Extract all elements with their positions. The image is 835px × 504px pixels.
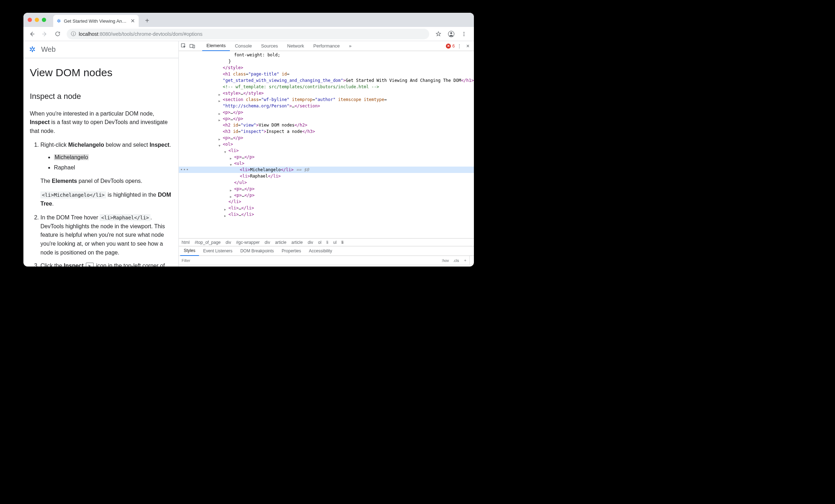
device-toolbar-button[interactable] [189, 43, 197, 49]
tabs-overflow[interactable]: » [345, 41, 356, 51]
toolbar: ⓘ localhost:8080/web/tools/chrome-devtoo… [23, 27, 474, 41]
crumb[interactable]: html [182, 240, 190, 245]
devtools-close-button[interactable]: ✕ [464, 44, 472, 49]
crumb[interactable]: li [342, 240, 343, 245]
devtools-panel: Elements Console Sources Network Perform… [179, 41, 474, 267]
step-1-note-2: <li>Michelangelo</li> is highlighted in … [40, 191, 172, 208]
crumb[interactable]: div [226, 240, 231, 245]
browser-tab[interactable]: ✲ Get Started With Viewing And C ✕ [53, 15, 139, 27]
page-h2: Inspect a node [30, 90, 172, 102]
new-style-rule-button[interactable]: ＋ [461, 258, 469, 263]
svg-rect-6 [190, 44, 193, 47]
subtab-properties[interactable]: Properties [278, 246, 305, 256]
styles-body [179, 265, 474, 267]
styles-filter-bar: :hov .cls ＋ [179, 256, 474, 265]
artist-list: Michelangelo Raphael [40, 153, 172, 172]
back-button[interactable] [26, 28, 38, 40]
webpage-viewport: ✲ Web View DOM nodes Inspect a node When… [23, 41, 179, 267]
subtab-accessibility[interactable]: Accessibility [305, 246, 336, 256]
list-item-label: Raphael [54, 164, 75, 170]
crumb[interactable]: div [308, 240, 313, 245]
tab-network[interactable]: Network [283, 41, 309, 51]
crumb[interactable]: article [291, 240, 303, 245]
svg-point-4 [464, 35, 465, 36]
svg-rect-7 [193, 45, 195, 48]
content-area: ✲ Web View DOM nodes Inspect a node When… [23, 41, 474, 267]
page-h1: View DOM nodes [30, 65, 172, 81]
crumb[interactable]: li [326, 240, 328, 245]
url-text: localhost:8080/web/tools/chrome-devtools… [79, 31, 203, 37]
step-2: In the DOM Tree hover <li>Raphael</li>. … [40, 213, 172, 257]
forward-button[interactable] [39, 28, 50, 40]
inspect-icon [86, 263, 94, 267]
menu-button[interactable] [458, 28, 470, 40]
reload-button[interactable] [52, 28, 63, 40]
page-body: View DOM nodes Inspect a node When you'r… [23, 58, 178, 267]
tab-performance[interactable]: Performance [309, 41, 344, 51]
svg-point-3 [464, 33, 465, 34]
devtools-menu-button[interactable]: ⋮ [455, 44, 463, 49]
arrow-right-icon [42, 31, 48, 37]
crumb[interactable]: article [275, 240, 286, 245]
kebab-icon [461, 31, 467, 37]
error-indicator[interactable]: ✕ 6 [446, 44, 455, 49]
minimize-window-button[interactable] [35, 18, 39, 22]
tab-elements[interactable]: Elements [202, 41, 230, 51]
browser-window: ✲ Get Started With Viewing And C ✕ + ⓘ l… [23, 13, 474, 267]
error-icon: ✕ [446, 44, 451, 49]
site-logo-icon: ✲ [29, 45, 35, 54]
crumb[interactable]: div [265, 240, 270, 245]
step-1: Right-click Michelangelo below and selec… [40, 141, 172, 208]
arrow-left-icon [29, 31, 35, 37]
user-icon [448, 30, 455, 38]
list-item-label: Michelangelo [54, 154, 89, 160]
subtab-styles[interactable]: Styles [180, 246, 199, 256]
reload-icon [55, 31, 61, 37]
svg-point-2 [464, 32, 465, 33]
error-count: 6 [452, 44, 455, 49]
maximize-window-button[interactable] [42, 18, 46, 22]
selected-dom-node[interactable]: •••<li>Michelangelo</li> == $0 [179, 167, 474, 173]
svg-point-1 [450, 32, 452, 34]
page-header: ✲ Web [23, 41, 178, 58]
cls-toggle[interactable]: .cls [451, 258, 461, 263]
subtab-dom-breakpoints[interactable]: DOM Breakpoints [237, 246, 277, 256]
dom-breadcrumbs[interactable]: html #top_of_page div #gc-wrapper div ar… [179, 238, 474, 246]
tab-strip: ✲ Get Started With Viewing And C ✕ + [23, 13, 474, 27]
address-bar[interactable]: ⓘ localhost:8080/web/tools/chrome-devtoo… [67, 29, 429, 39]
inspect-element-button[interactable] [181, 43, 189, 49]
close-tab-button[interactable]: ✕ [131, 18, 135, 24]
crumb[interactable]: ol [318, 240, 321, 245]
favicon-icon: ✲ [57, 18, 61, 24]
site-name: Web [41, 45, 56, 54]
star-icon [435, 31, 442, 37]
list-item[interactable]: Raphael [54, 163, 172, 172]
tab-console[interactable]: Console [231, 41, 256, 51]
profile-button[interactable] [446, 28, 457, 40]
close-window-button[interactable] [28, 18, 32, 22]
styles-filter-input[interactable] [179, 258, 278, 263]
list-item[interactable]: Michelangelo [54, 153, 172, 162]
crumb[interactable]: ul [333, 240, 337, 245]
subtab-event-listeners[interactable]: Event Listeners [200, 246, 236, 256]
devtools-tabs: Elements Console Sources Network Perform… [179, 41, 474, 51]
crumb[interactable]: #gc-wrapper [236, 240, 260, 245]
dom-tree[interactable]: font-weight: bold; } </style> <h1 class=… [179, 51, 474, 238]
styles-subtabs: Styles Event Listeners DOM Breakpoints P… [179, 246, 474, 256]
bookmark-button[interactable] [433, 28, 444, 40]
step-1-note-1: The Elements panel of DevTools opens. [40, 177, 172, 186]
intro-paragraph: When you're interested in a particular D… [30, 110, 172, 136]
site-info-icon[interactable]: ⓘ [71, 31, 76, 37]
hov-toggle[interactable]: :hov [439, 258, 451, 263]
tab-title: Get Started With Viewing And C [64, 18, 128, 24]
new-tab-button[interactable]: + [142, 17, 153, 25]
window-controls [28, 18, 46, 22]
crumb[interactable]: #top_of_page [195, 240, 221, 245]
step-3: Click the Inspect icon in the top-left c… [40, 262, 172, 267]
steps-list: Right-click Michelangelo below and selec… [30, 141, 172, 267]
tab-sources[interactable]: Sources [257, 41, 282, 51]
